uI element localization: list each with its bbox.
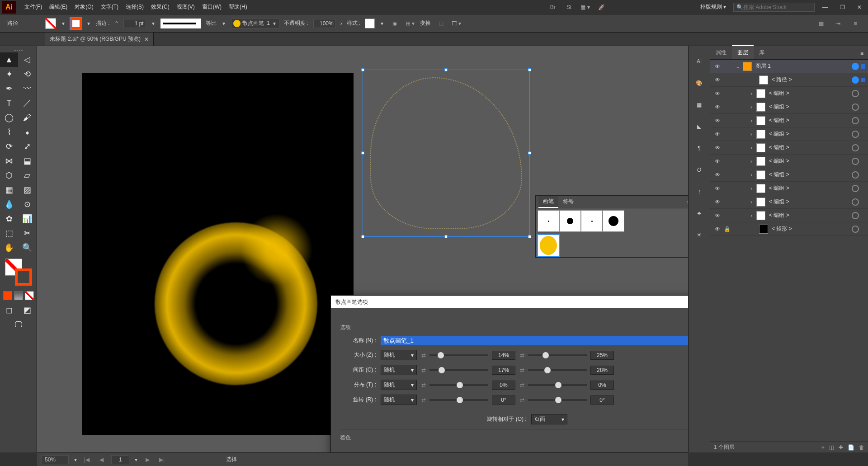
expand-toggle[interactable]: ›	[748, 172, 755, 178]
target-icon[interactable]	[852, 226, 859, 233]
menu-help[interactable]: 帮助(H)	[225, 0, 251, 14]
value-max[interactable]: 0%	[590, 381, 614, 390]
slider-max[interactable]	[528, 369, 587, 371]
menu-file[interactable]: 文件(F)	[21, 0, 46, 14]
slider-max[interactable]	[528, 384, 587, 386]
mode-select[interactable]: 随机▾	[381, 365, 417, 375]
tab-symbols[interactable]: 符号	[558, 196, 578, 207]
slider-min[interactable]	[429, 369, 488, 371]
canvas[interactable]: 画笔 符号 ›› | ≡ 散点画笔选项 选项	[37, 46, 688, 452]
target-icon[interactable]	[852, 158, 859, 165]
brush-thumb[interactable]	[559, 210, 581, 232]
layer-name[interactable]: < 编组 >	[767, 198, 850, 206]
value-min[interactable]: 17%	[492, 366, 515, 375]
profile-dropdown-icon[interactable]: ▾	[221, 20, 226, 27]
slider-min[interactable]	[429, 354, 488, 356]
layer-name[interactable]: < 路径 >	[770, 76, 850, 84]
layer-name[interactable]: < 矩形 >	[770, 225, 850, 233]
layer-row[interactable]: 👁 🔒 < 矩形 >	[710, 222, 868, 236]
gpu-icon[interactable]: 🚀	[595, 2, 608, 13]
close-tab-icon[interactable]: ✕	[144, 36, 149, 42]
link-icon[interactable]: ⇄	[421, 382, 426, 388]
lasso-tool[interactable]: ⟲	[18, 67, 36, 81]
slider-min[interactable]	[429, 384, 488, 386]
handle-ml[interactable]	[361, 151, 364, 155]
appearance-panel-icon[interactable]: ☀	[693, 229, 706, 241]
eyedropper-tool[interactable]: 💧	[0, 197, 18, 212]
eraser-tool[interactable]: ⬥	[18, 125, 36, 139]
layer-name[interactable]: < 编组 >	[767, 144, 850, 151]
dialog-title[interactable]: 散点画笔选项	[331, 296, 688, 308]
target-icon[interactable]	[852, 90, 859, 97]
tab-brushes[interactable]: 画笔	[538, 196, 558, 208]
layer-row[interactable]: 👁 › < 编组 >	[710, 155, 868, 168]
opacity-dropdown-icon[interactable]: ›	[340, 20, 342, 27]
mode-select[interactable]: 随机▾	[381, 380, 417, 390]
swatches-panel-icon[interactable]: ▦	[693, 99, 706, 111]
layer-row[interactable]: 👁 › < 编组 >	[710, 87, 868, 100]
mesh-tool[interactable]: ▦	[0, 183, 18, 197]
expand-toggle[interactable]: ›	[748, 104, 755, 110]
brush-thumb-selected[interactable]	[538, 235, 559, 256]
layer-name[interactable]: < 编组 >	[767, 130, 850, 138]
menu-select[interactable]: 选择(S)	[122, 0, 147, 14]
target-icon[interactable]	[852, 117, 859, 124]
visibility-toggle[interactable]: 👁	[713, 199, 722, 205]
expand-toggle[interactable]: ⌄	[735, 63, 741, 70]
hand-tool[interactable]: ✋	[0, 240, 18, 255]
stroke-weight-input[interactable]: 1 pt	[123, 19, 146, 28]
first-artboard-button[interactable]: |◀	[82, 457, 91, 463]
fill-swatch[interactable]	[45, 18, 56, 29]
layer-row-top[interactable]: 👁 ⌄ 图层 1	[710, 60, 868, 73]
fill-dropdown-icon[interactable]: ▾	[61, 20, 66, 27]
opacity-input[interactable]: 100%	[313, 19, 336, 28]
menu-window[interactable]: 窗口(W)	[198, 0, 225, 14]
style-dropdown-icon[interactable]: ▾	[379, 20, 385, 27]
value-min[interactable]: 14%	[492, 351, 515, 360]
close-window-button[interactable]: ✕	[853, 3, 866, 12]
value-min[interactable]: 0%	[492, 381, 515, 390]
symbols-panel-icon[interactable]: ♣	[693, 207, 706, 220]
align-icon[interactable]: ⊞ ▾	[405, 18, 415, 29]
target-icon[interactable]	[852, 131, 859, 138]
rotate-relative-select[interactable]: 页面 ▾	[531, 414, 567, 424]
layer-row[interactable]: 👁 › < 编组 >	[710, 100, 868, 114]
value-max[interactable]: 0°	[590, 395, 614, 405]
link-icon[interactable]: ⇄	[520, 397, 524, 403]
layer-name[interactable]: < 编组 >	[767, 171, 850, 179]
pen-tool[interactable]: ✒	[0, 81, 18, 96]
mode-select[interactable]: 随机▾	[381, 395, 417, 405]
link-icon[interactable]: ⇄	[421, 367, 426, 373]
slider-max[interactable]	[528, 354, 587, 356]
layer-row[interactable]: 👁 › < 编组 >	[710, 114, 868, 127]
restore-button[interactable]: ❐	[835, 3, 849, 12]
collapse-icon[interactable]: ›› |	[687, 199, 688, 205]
color-mode-button[interactable]	[3, 291, 12, 300]
menu-effect[interactable]: 效果(C)	[147, 0, 173, 14]
blend-tool[interactable]: ⊙	[18, 197, 36, 212]
stroke-weight-stepper[interactable]: ⌃	[114, 20, 119, 27]
layer-name[interactable]: < 编组 >	[767, 184, 850, 192]
delete-layer-icon[interactable]: 🗑	[859, 444, 864, 451]
layer-name[interactable]: < 编组 >	[767, 117, 850, 124]
tab-libraries[interactable]: 库	[754, 46, 770, 59]
stroke-weight-dropdown-icon[interactable]: ▾	[151, 20, 156, 27]
none-mode-button[interactable]	[25, 291, 34, 300]
color-panel-icon[interactable]: 🎨	[693, 77, 706, 89]
transform-label[interactable]: 变换	[420, 19, 431, 27]
grid-icon[interactable]: ▦	[816, 18, 826, 29]
layer-name[interactable]: < 编组 >	[767, 89, 850, 97]
character-panel-icon[interactable]: A|	[693, 55, 706, 68]
zoom-dropdown-icon[interactable]: ▾	[74, 457, 77, 463]
brush-name-input[interactable]	[381, 336, 688, 345]
shape-icon[interactable]: ⬚	[435, 18, 446, 29]
direct-selection-tool[interactable]: ◁	[18, 52, 36, 67]
gradient-panel-icon[interactable]: ◣	[693, 120, 706, 133]
menu-edit[interactable]: 编辑(E)	[46, 0, 71, 14]
target-icon[interactable]	[852, 171, 859, 179]
layer-row[interactable]: 👁 › < 编组 >	[710, 141, 868, 155]
expand-toggle[interactable]: ›	[748, 185, 755, 192]
visibility-toggle[interactable]: 👁	[713, 104, 722, 110]
handle-bl[interactable]	[361, 235, 364, 238]
pathfinder-panel-icon[interactable]: ⫶	[693, 185, 706, 198]
